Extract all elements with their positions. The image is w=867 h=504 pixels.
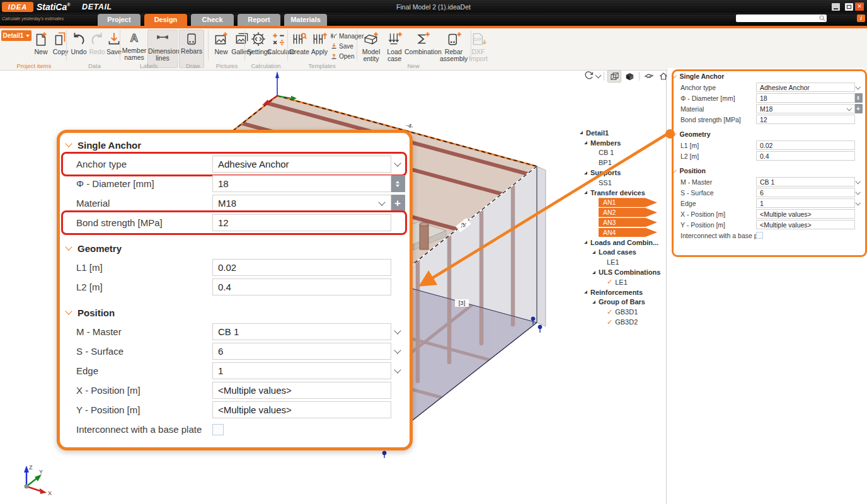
dropdown-field[interactable]: 1 bbox=[756, 198, 855, 209]
tree-item-le1[interactable]: ✓LE1 bbox=[580, 277, 666, 287]
tree-expander-icon[interactable] bbox=[584, 171, 587, 175]
tree-item-gb3d2[interactable]: ✓GB3D2 bbox=[580, 317, 666, 327]
tree-item-loads-and-combin-[interactable]: Loads and Combin... bbox=[580, 238, 666, 248]
dropdown-field[interactable]: CB 1 bbox=[212, 323, 391, 340]
input-field[interactable]: <Multiple values> bbox=[212, 382, 391, 399]
section-header-position[interactable]: Position bbox=[668, 164, 864, 176]
input-field[interactable]: 0.4 bbox=[756, 151, 855, 161]
chevron-down-icon[interactable] bbox=[846, 106, 851, 111]
selected-item-banner[interactable]: AN1 bbox=[599, 198, 657, 207]
chevron-down-icon[interactable] bbox=[394, 346, 401, 353]
dropdown-field[interactable]: M18 bbox=[212, 195, 391, 212]
dropdown-field[interactable]: 6 bbox=[756, 188, 855, 198]
dropdown-field[interactable]: M18 bbox=[756, 104, 855, 114]
property-row-x-position-m-: X - Position [m]<Multiple values> bbox=[668, 209, 864, 219]
tree-expander-icon[interactable] bbox=[584, 141, 587, 144]
tree-item-detail1[interactable]: Detail1 bbox=[580, 128, 666, 138]
tree-item-group-of-bars[interactable]: Group of Bars bbox=[580, 297, 666, 307]
chevron-down-icon[interactable] bbox=[856, 84, 861, 89]
property-label: M - Master bbox=[680, 178, 756, 186]
section-header-geometry[interactable]: Geometry bbox=[668, 128, 864, 140]
tree-item-supports[interactable]: Supports bbox=[580, 168, 666, 178]
add-material-button[interactable]: + bbox=[854, 104, 863, 113]
tree-expander-icon[interactable] bbox=[584, 241, 587, 244]
section-header-single-anchor[interactable]: Single Anchor bbox=[668, 70, 864, 82]
tree-item-label: Supports bbox=[590, 169, 621, 176]
tree-item-reinforcements[interactable]: Reinforcements bbox=[580, 287, 666, 297]
tree-expander-icon[interactable] bbox=[592, 301, 595, 304]
dropdown-field[interactable]: CB 1 bbox=[756, 177, 855, 187]
tree-item-an2[interactable]: AN2 bbox=[580, 207, 666, 217]
spinner-buttons[interactable] bbox=[854, 93, 863, 103]
tree-expander-icon[interactable] bbox=[584, 191, 587, 194]
tree-item-uls-combinations[interactable]: ULS Combinations bbox=[580, 267, 666, 277]
selected-item-banner[interactable]: AN2 bbox=[599, 208, 657, 217]
checkmark-icon[interactable]: ✓ bbox=[607, 278, 612, 286]
field-value: <Multiple values> bbox=[757, 210, 812, 218]
input-field[interactable]: 0.4 bbox=[212, 278, 391, 295]
chevron-down-icon[interactable] bbox=[394, 327, 401, 334]
chevron-down-icon[interactable] bbox=[856, 200, 861, 205]
wireframe-view-button[interactable] bbox=[607, 70, 621, 83]
tree-expander-icon[interactable] bbox=[584, 290, 587, 294]
section-header-position[interactable]: Position bbox=[60, 303, 410, 322]
tree-expander-icon[interactable] bbox=[592, 271, 595, 274]
axis-z-label: Z bbox=[29, 464, 33, 471]
dropdown-field[interactable]: Adhesive Anchor bbox=[756, 83, 855, 93]
tree-expander-icon[interactable] bbox=[592, 251, 595, 254]
chevron-down-icon[interactable] bbox=[378, 198, 385, 205]
input-field[interactable]: 0.02 bbox=[756, 140, 855, 151]
tree-item-load-cases[interactable]: Load cases bbox=[580, 248, 666, 258]
tree-expander-icon[interactable] bbox=[580, 131, 583, 134]
section-header-single-anchor[interactable]: Single Anchor bbox=[60, 135, 410, 154]
input-field[interactable]: 12 bbox=[756, 115, 855, 125]
orbit-view-button[interactable] bbox=[583, 71, 595, 82]
chevron-down-icon[interactable] bbox=[394, 159, 401, 166]
section-title: Geometry bbox=[78, 243, 122, 254]
tree-item-ss1[interactable]: SS1 bbox=[580, 178, 666, 188]
selected-item-banner[interactable]: AN4 bbox=[599, 228, 657, 238]
input-field[interactable]: 12 bbox=[212, 214, 391, 231]
checkmark-icon[interactable]: ✓ bbox=[607, 318, 612, 326]
dropdown-field[interactable]: 1 bbox=[212, 362, 391, 379]
chevron-down-icon[interactable] bbox=[595, 72, 602, 79]
checkbox[interactable] bbox=[212, 424, 224, 435]
input-field[interactable]: 18 bbox=[212, 175, 391, 192]
tree-item-an3[interactable]: AN3 bbox=[580, 217, 666, 227]
checkmark-icon[interactable]: ✓ bbox=[607, 308, 612, 316]
checkbox[interactable] bbox=[756, 232, 763, 239]
chevron-down-icon[interactable] bbox=[856, 179, 861, 184]
tree-item-an1[interactable]: AN1 bbox=[580, 198, 666, 208]
tree-item-label: Reinforcements bbox=[590, 289, 643, 296]
dropdown-field[interactable]: Adhesive Anchor bbox=[212, 156, 391, 173]
section-title: Geometry bbox=[680, 130, 711, 138]
tree-item-le1[interactable]: LE1 bbox=[580, 257, 666, 267]
tree-item-cb-1[interactable]: CB 1 bbox=[580, 148, 666, 158]
section-header-geometry[interactable]: Geometry bbox=[60, 239, 410, 258]
spinner-buttons[interactable] bbox=[391, 175, 405, 192]
input-field[interactable]: <Multiple values> bbox=[756, 209, 855, 219]
tree-item-members[interactable]: Members bbox=[580, 138, 666, 148]
tree-item-transfer-devices[interactable]: Transfer devices bbox=[580, 188, 666, 198]
spin-down-icon[interactable] bbox=[396, 185, 399, 187]
property-label: L2 [m] bbox=[680, 152, 756, 160]
selected-item-banner[interactable]: AN3 bbox=[599, 218, 657, 227]
input-field[interactable]: 0.02 bbox=[212, 259, 391, 276]
chevron-down-icon[interactable] bbox=[856, 190, 861, 195]
add-material-button[interactable]: + bbox=[391, 195, 405, 212]
spin-down-icon[interactable] bbox=[857, 98, 859, 100]
chevron-down-icon[interactable] bbox=[394, 366, 401, 373]
section-view-button[interactable] bbox=[643, 71, 655, 82]
field-value: <Multiple values> bbox=[757, 221, 812, 229]
input-field[interactable]: <Multiple values> bbox=[756, 220, 855, 230]
input-field[interactable]: <Multiple values> bbox=[212, 401, 391, 418]
spin-up-icon[interactable] bbox=[857, 96, 859, 98]
tree-item-bp1[interactable]: BP1 bbox=[580, 158, 666, 168]
tree-item-an4[interactable]: AN4 bbox=[580, 227, 666, 238]
tree-item-gb3d1[interactable]: ✓GB3D1 bbox=[580, 307, 666, 317]
spin-up-icon[interactable] bbox=[396, 181, 399, 183]
dropdown-field[interactable]: 6 bbox=[212, 343, 391, 360]
solid-view-button[interactable] bbox=[623, 71, 636, 82]
field-side-controls: + bbox=[854, 104, 863, 113]
input-field[interactable]: 18 bbox=[756, 93, 855, 103]
